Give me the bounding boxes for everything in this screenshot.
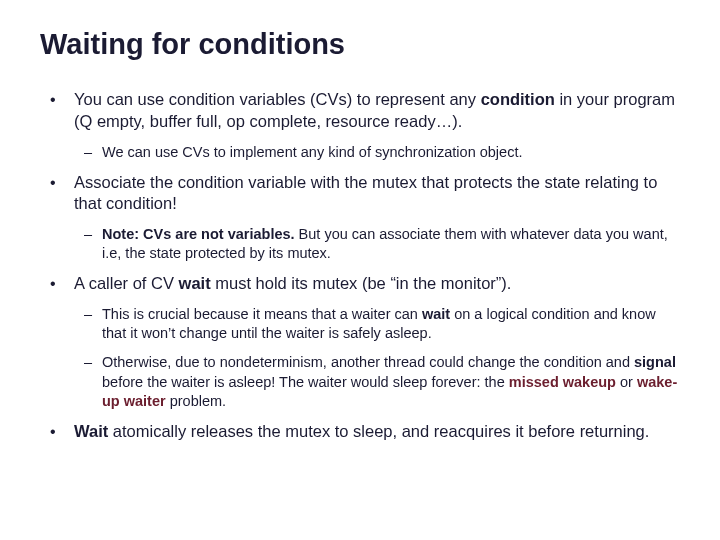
bullet-2: Associate the condition variable with th… <box>40 172 680 264</box>
text: problem. <box>166 393 226 409</box>
bold-signal: signal <box>634 354 676 370</box>
slide-title: Waiting for conditions <box>40 28 680 61</box>
text: atomically releases the mutex to sleep, … <box>108 422 649 440</box>
bold-condition: condition <box>481 90 555 108</box>
text: before the waiter is asleep! The waiter … <box>102 374 509 390</box>
bold-wait: wait <box>179 274 211 292</box>
text: Otherwise, due to nondeterminism, anothe… <box>102 354 634 370</box>
text: must hold its mutex (be “in the monitor”… <box>211 274 512 292</box>
bullet-list: You can use condition variables (CVs) to… <box>40 89 680 443</box>
text: You can use condition variables (CVs) to… <box>74 90 481 108</box>
bullet-3: A caller of CV wait must hold its mutex … <box>40 273 680 410</box>
bold-wait-2: wait <box>422 306 450 322</box>
bullet-3-sub-2: Otherwise, due to nondeterminism, anothe… <box>74 353 680 410</box>
bold-note: Note: CVs are not variables. <box>102 226 295 242</box>
text: or <box>616 374 637 390</box>
bullet-2-sub-1: Note: CVs are not variables. But you can… <box>74 225 680 263</box>
term-missed-wakeup: missed wakeup <box>509 374 616 390</box>
bold-wait-3: Wait <box>74 422 108 440</box>
text: Associate the condition variable with th… <box>74 173 657 213</box>
bullet-4: Wait atomically releases the mutex to sl… <box>40 421 680 443</box>
bullet-3-sub-1: This is crucial because it means that a … <box>74 305 680 343</box>
bullet-1: You can use condition variables (CVs) to… <box>40 89 680 162</box>
text: We can use CVs to implement any kind of … <box>102 144 522 160</box>
text: A caller of CV <box>74 274 179 292</box>
text: This is crucial because it means that a … <box>102 306 422 322</box>
bullet-1-sub-1: We can use CVs to implement any kind of … <box>74 143 680 162</box>
